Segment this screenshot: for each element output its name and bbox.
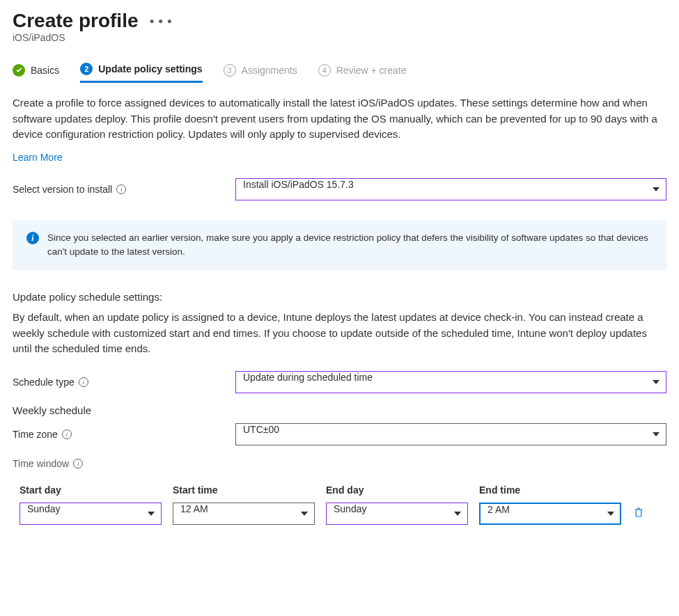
page-subtitle: iOS/iPadOS — [13, 32, 666, 43]
timezone-label: Time zone i — [13, 429, 235, 440]
end-time-select[interactable]: 2 AM — [479, 503, 621, 525]
schedule-type-select[interactable]: Update during scheduled time — [235, 371, 666, 393]
check-icon — [13, 64, 25, 77]
schedule-heading: Update policy schedule settings: — [13, 291, 666, 303]
schedule-type-value[interactable]: Update during scheduled time — [235, 371, 666, 393]
delete-icon[interactable] — [632, 506, 645, 521]
schedule-row: Sunday 12 AM Sunday 2 AM — [19, 503, 666, 525]
info-icon[interactable]: i — [116, 184, 126, 194]
info-banner-icon: i — [26, 232, 39, 244]
wizard-tabs: Basics 2 Update policy settings 3 Assign… — [13, 63, 666, 83]
schedule-description: By default, when an update policy is ass… — [13, 310, 666, 357]
version-select-label: Select version to install i — [13, 184, 235, 195]
header-start-time: Start time — [173, 484, 315, 496]
step-number-badge: 3 — [224, 64, 236, 77]
info-icon[interactable]: i — [73, 459, 83, 468]
start-time-select[interactable]: 12 AM — [173, 503, 315, 525]
header-end-day: End day — [326, 484, 468, 496]
schedule-headers: Start day Start time End day End time — [19, 484, 666, 496]
version-select[interactable]: Install iOS/iPadOS 15.7.3 — [235, 178, 666, 200]
tab-label: Assignments — [242, 65, 297, 76]
info-icon[interactable]: i — [79, 377, 88, 387]
schedule-type-label: Schedule type i — [13, 377, 235, 388]
info-banner-text: Since you selected an earlier version, m… — [47, 231, 653, 260]
timezone-select[interactable]: UTC±00 — [235, 423, 666, 445]
tab-review-create[interactable]: 4 Review + create — [318, 63, 407, 83]
tab-assignments[interactable]: 3 Assignments — [224, 63, 297, 83]
end-day-select[interactable]: Sunday — [326, 503, 468, 525]
step-number-badge: 4 — [318, 64, 331, 77]
learn-more-link[interactable]: Learn More — [13, 152, 63, 163]
tab-label: Update policy settings — [98, 63, 202, 74]
tab-basics[interactable]: Basics — [13, 63, 59, 83]
time-window-label: Time window i — [13, 458, 666, 469]
step-number-badge: 2 — [80, 63, 93, 75]
page-title: Create profile — [13, 10, 139, 32]
header-start-day: Start day — [19, 484, 162, 496]
more-icon[interactable]: ● ● ● — [150, 16, 173, 26]
header-end-time: End time — [479, 484, 621, 496]
intro-description: Create a profile to force assigned devic… — [13, 95, 666, 143]
tab-update-policy-settings[interactable]: 2 Update policy settings — [80, 63, 202, 83]
weekly-schedule-heading: Weekly schedule — [13, 404, 666, 416]
start-day-select[interactable]: Sunday — [19, 503, 162, 525]
version-select-value[interactable]: Install iOS/iPadOS 15.7.3 — [235, 178, 666, 200]
info-banner: i Since you selected an earlier version,… — [13, 220, 666, 271]
info-icon[interactable]: i — [62, 429, 72, 439]
tab-label: Basics — [31, 65, 59, 76]
tab-label: Review + create — [336, 65, 407, 76]
timezone-value[interactable]: UTC±00 — [235, 423, 666, 445]
